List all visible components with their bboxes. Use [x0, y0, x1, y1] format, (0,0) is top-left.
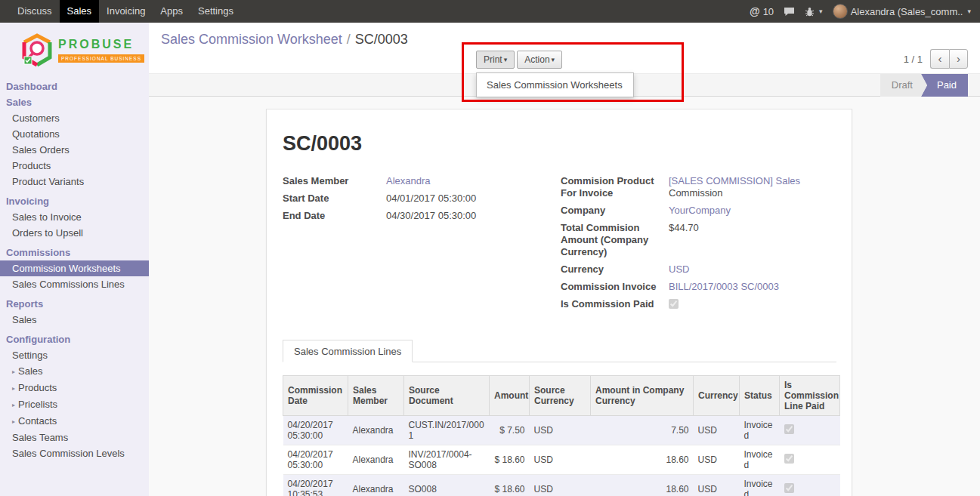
- sales-member-link[interactable]: Alexandra: [386, 175, 431, 187]
- cell-status: Invoiced: [740, 445, 780, 475]
- sidebar-item-sales-commission-levels[interactable]: Sales Commission Levels: [0, 445, 149, 461]
- field-label: Commission Invoice: [561, 281, 669, 293]
- breadcrumb-parent[interactable]: Sales Commission Worksheet: [161, 32, 342, 47]
- action-button-label: Action: [524, 54, 549, 65]
- cell-amount: $ 7.50: [490, 416, 530, 445]
- field-group-left: Sales Member Alexandra Start Date 04/01/…: [283, 175, 561, 317]
- company-link[interactable]: YourCompany: [669, 205, 731, 217]
- col-commission-date: Commission Date: [283, 376, 348, 416]
- cell-line-paid: [780, 445, 840, 475]
- col-status: Status: [740, 376, 780, 416]
- sidebar-section-commissions[interactable]: Commissions: [0, 245, 149, 260]
- menu-invoicing[interactable]: Invoicing: [99, 0, 153, 23]
- field-sales-member: Sales Member Alexandra: [283, 175, 561, 187]
- avatar: [833, 4, 848, 19]
- statusbar: Draft Paid: [880, 74, 968, 97]
- sidebar-section-configuration[interactable]: Configuration: [0, 331, 149, 347]
- chevron-down-icon: ▾: [819, 8, 823, 15]
- table-row[interactable]: 04/20/2017 05:30:00 Alexandra CUST.IN/20…: [283, 416, 840, 445]
- cell-status: Invoiced: [740, 416, 780, 445]
- sidebar-item-config-products[interactable]: ▸Products: [0, 380, 149, 396]
- commission-line-paid-checkbox: [784, 424, 794, 434]
- table-header-row: Commission Date Sales Member Source Docu…: [283, 376, 840, 416]
- user-menu[interactable]: Alexandra (Sales_comm.. ▾: [833, 4, 971, 19]
- sidebar-item-sales-commissions-lines[interactable]: Sales Commissions Lines: [0, 276, 149, 292]
- menu-sales[interactable]: Sales: [60, 0, 100, 23]
- sidebar-item-products[interactable]: Products: [0, 158, 149, 174]
- col-amount: Amount: [490, 376, 530, 416]
- sidebar-item-quotations[interactable]: Quotations: [0, 126, 149, 142]
- form-view: SC/0003 Sales Member Alexandra Start Dat…: [149, 97, 980, 496]
- dropdown-item-sales-commission-worksheets[interactable]: Sales Commission Worksheets: [477, 76, 633, 94]
- chevron-right-icon: ▸: [12, 402, 15, 408]
- sidebar-item-sales-teams[interactable]: Sales Teams: [0, 430, 149, 445]
- sidebar-item-commission-worksheets[interactable]: Commission Worksheets: [0, 260, 149, 276]
- sidebar-section-invoicing[interactable]: Invoicing: [0, 193, 149, 209]
- cell-line-paid: [780, 416, 840, 445]
- status-stage-paid[interactable]: Paid: [921, 74, 968, 97]
- commission-product-link[interactable]: [SALES COMMISSION] Sales: [669, 175, 800, 186]
- field-company: Company YourCompany: [561, 205, 836, 217]
- field-label: Start Date: [283, 193, 386, 205]
- cell-date: 04/20/2017 05:30:00: [283, 416, 348, 445]
- table-row[interactable]: 04/20/2017 10:35:53 Alexandra SO008 $ 18…: [283, 475, 840, 496]
- sidebar-item-config-pricelists[interactable]: ▸Pricelists: [0, 396, 149, 413]
- mention-counter[interactable]: @ 10: [750, 5, 774, 17]
- cell-amount: $ 18.60: [490, 475, 530, 496]
- top-bar: Discuss Sales Invoicing Apps Settings @ …: [0, 0, 980, 23]
- currency-link[interactable]: USD: [669, 263, 689, 276]
- sidebar-item-label: Sales: [18, 365, 43, 377]
- debug-menu[interactable]: ▾: [805, 7, 823, 17]
- action-button[interactable]: Action ▾: [517, 51, 562, 69]
- field-commission-product: Commision Product For Invoice [SALES COM…: [561, 175, 836, 199]
- sidebar-section-reports[interactable]: Reports: [0, 296, 149, 312]
- sidebar-item-sales-to-invoice[interactable]: Sales to Invoice: [0, 209, 149, 225]
- messages-button[interactable]: [784, 7, 795, 17]
- sidebar-item-config-sales[interactable]: ▸Sales: [0, 363, 149, 380]
- probuse-logo: PROBUSE PROFESSIONAL BUSINESS: [0, 23, 149, 71]
- control-panel-buttons: Print ▾ Action ▾: [476, 51, 562, 69]
- commission-invoice-link[interactable]: BILL/2017/0003 SC/0003: [669, 281, 779, 293]
- sidebar-section-dashboard[interactable]: Dashboard: [0, 79, 149, 94]
- sidebar-item-config-contacts[interactable]: ▸Contacts: [0, 413, 149, 430]
- field-is-commission-paid: Is Commission Paid: [561, 298, 836, 312]
- cell-status: Invoiced: [740, 475, 780, 496]
- sidebar-item-settings[interactable]: Settings: [0, 347, 149, 363]
- sidebar-section-sales[interactable]: Sales: [0, 94, 149, 110]
- end-date-value: 04/30/2017 05:30:00: [386, 210, 476, 222]
- menu-settings[interactable]: Settings: [190, 0, 241, 23]
- menu-apps[interactable]: Apps: [153, 0, 190, 23]
- breadcrumb: Sales Commission Worksheet/SC/0003: [161, 32, 408, 48]
- field-end-date: End Date 04/30/2017 05:30:00: [283, 210, 561, 222]
- mention-count: 10: [763, 6, 774, 17]
- col-amount-company-currency: Amount in Company Currency: [591, 376, 694, 416]
- status-stage-draft[interactable]: Draft: [880, 74, 927, 97]
- field-label: Sales Member: [283, 175, 386, 187]
- sidebar-item-product-variants[interactable]: Product Variants: [0, 174, 149, 189]
- breadcrumb-separator: /: [347, 32, 351, 47]
- tab-sales-commission-lines[interactable]: Sales Commission Lines: [283, 340, 413, 362]
- pager-previous-button[interactable]: ‹: [930, 49, 949, 69]
- app-menu: Discuss Sales Invoicing Apps Settings: [0, 0, 241, 23]
- sidebar-item-reports-sales[interactable]: Sales: [0, 312, 149, 328]
- field-label: End Date: [283, 210, 386, 222]
- user-name: Alexandra (Sales_comm..: [851, 6, 963, 17]
- field-total-commission: Total Commision Amount (Company Currency…: [561, 222, 836, 258]
- sidebar-item-sales-orders[interactable]: Sales Orders: [0, 142, 149, 158]
- col-sales-member: Sales Member: [348, 376, 404, 416]
- menu-discuss[interactable]: Discuss: [10, 0, 60, 23]
- print-button-label: Print: [484, 54, 502, 65]
- print-button[interactable]: Print ▾: [476, 51, 515, 69]
- sidebar-item-orders-to-upsell[interactable]: Orders to Upsell: [0, 225, 149, 241]
- print-dropdown-menu: Sales Commission Worksheets: [476, 72, 634, 97]
- field-label: Total Commision Amount (Company Currency…: [561, 222, 669, 258]
- sidebar-item-customers[interactable]: Customers: [0, 110, 149, 126]
- cell-currency: USD: [694, 416, 740, 445]
- chevron-right-icon: ▸: [12, 418, 15, 425]
- cell-source: SO008: [404, 475, 490, 496]
- pager-next-button[interactable]: ›: [949, 49, 968, 69]
- table-row[interactable]: 04/20/2017 05:30:00 Alexandra INV/2017/0…: [283, 445, 840, 475]
- cell-amount-company: 7.50: [591, 416, 694, 445]
- commission-lines-table: Commission Date Sales Member Source Docu…: [283, 375, 840, 496]
- col-source-document: Source Document: [404, 376, 490, 416]
